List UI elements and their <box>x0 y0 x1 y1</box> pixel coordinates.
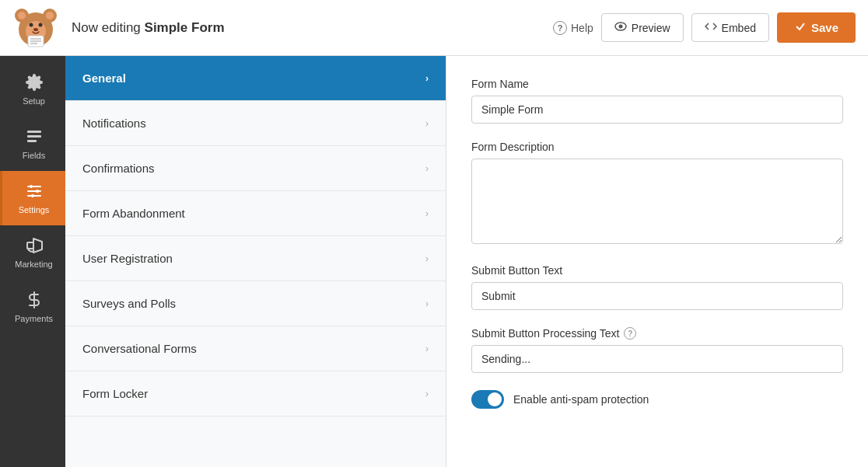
dollar-icon <box>25 291 44 311</box>
svg-point-4 <box>46 12 54 19</box>
preview-button[interactable]: Preview <box>601 13 684 42</box>
editing-title: Now editing Simple Form <box>72 20 553 36</box>
svg-marker-25 <box>33 239 42 253</box>
submit-processing-group: Submit Button Processing Text ? <box>471 327 843 373</box>
embed-button[interactable]: Embed <box>691 13 769 42</box>
form-name-label: Form Name <box>471 78 843 90</box>
submit-button-text-group: Submit Button Text <box>471 264 843 310</box>
chevron-right-icon: › <box>425 298 429 309</box>
sidebar-item-marketing[interactable]: Marketing <box>0 225 65 280</box>
svg-point-7 <box>39 23 43 26</box>
gear-icon <box>25 73 44 93</box>
processing-help-icon[interactable]: ? <box>624 327 636 340</box>
help-icon: ? <box>553 21 567 35</box>
icon-sidebar: Setup Fields <box>0 56 65 467</box>
antispam-row: Enable anti-spam protection <box>471 390 843 409</box>
svg-point-14 <box>618 25 622 29</box>
svg-point-22 <box>36 190 39 193</box>
nav-item-general[interactable]: General › <box>65 56 446 101</box>
chevron-right-icon: › <box>425 253 429 264</box>
save-button[interactable]: Save <box>777 12 856 43</box>
svg-point-24 <box>31 194 34 197</box>
svg-rect-16 <box>27 135 41 138</box>
chevron-right-icon: › <box>425 118 429 129</box>
svg-rect-15 <box>27 131 41 133</box>
form-name-input[interactable] <box>471 96 843 124</box>
help-button[interactable]: ? Help <box>553 21 593 35</box>
nav-item-confirmations[interactable]: Confirmations › <box>65 146 446 191</box>
content-area: Form Name Form Description Submit Button… <box>446 56 868 467</box>
submit-processing-input[interactable] <box>471 345 843 373</box>
submit-button-text-input[interactable] <box>471 282 843 310</box>
svg-point-8 <box>33 28 38 31</box>
main-layout: Setup Fields <box>0 56 868 467</box>
antispam-toggle[interactable] <box>471 390 504 409</box>
form-description-label: Form Description <box>471 141 843 153</box>
sidebar-item-settings[interactable]: Settings <box>0 171 65 225</box>
fields-icon <box>25 127 44 148</box>
chevron-right-icon: › <box>425 208 429 219</box>
form-name-group: Form Name <box>471 78 843 124</box>
nav-item-surveys-polls[interactable]: Surveys and Polls › <box>65 281 446 326</box>
nav-sidebar: General › Notifications › Confirmations … <box>65 56 446 467</box>
check-icon <box>794 20 807 35</box>
svg-point-3 <box>18 12 26 19</box>
topbar-actions: ? Help Preview Embed <box>553 12 856 43</box>
nav-item-conversational-forms[interactable]: Conversational Forms › <box>65 326 446 371</box>
svg-rect-17 <box>27 140 37 142</box>
app-logo <box>12 5 59 51</box>
megaphone-icon <box>25 236 44 256</box>
submit-button-text-label: Submit Button Text <box>471 264 843 277</box>
svg-point-20 <box>30 185 33 188</box>
sidebar-item-setup[interactable]: Setup <box>0 62 65 117</box>
sidebar-item-payments[interactable]: Payments <box>0 280 65 334</box>
chevron-right-icon: › <box>425 389 429 399</box>
chevron-right-icon: › <box>425 73 429 84</box>
svg-point-6 <box>30 23 33 26</box>
nav-item-form-locker[interactable]: Form Locker › <box>65 371 446 416</box>
form-description-input[interactable] <box>471 159 843 244</box>
topbar: Now editing Simple Form ? Help Preview <box>0 0 868 56</box>
chevron-right-icon: › <box>425 163 429 174</box>
sidebar-item-fields[interactable]: Fields <box>0 117 65 171</box>
submit-processing-label: Submit Button Processing Text ? <box>471 327 843 340</box>
settings-icon <box>25 182 44 202</box>
form-description-group: Form Description <box>471 141 843 247</box>
antispam-label: Enable anti-spam protection <box>513 393 649 406</box>
nav-item-notifications[interactable]: Notifications › <box>65 101 446 146</box>
chevron-right-icon: › <box>425 343 429 354</box>
nav-item-user-registration[interactable]: User Registration › <box>65 236 446 281</box>
code-icon <box>705 20 717 35</box>
nav-item-form-abandonment[interactable]: Form Abandonment › <box>65 191 446 236</box>
eye-icon <box>614 20 627 35</box>
